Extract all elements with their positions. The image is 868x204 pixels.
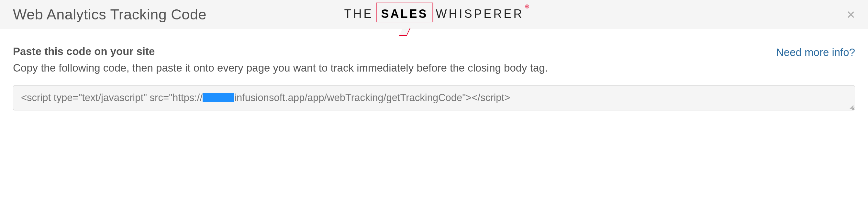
tracking-code-field[interactable]: <script type="text/javascript" src="http… — [13, 85, 855, 110]
help-link[interactable]: Need more info? — [763, 45, 855, 60]
logo-whisperer-label: WHISPERER — [436, 7, 524, 20]
close-icon: × — [847, 6, 855, 22]
brand-logo: THE SALES WHISPERER ® — [344, 7, 524, 21]
section-heading: Paste this code on your site — [13, 45, 763, 58]
page-title: Web Analytics Tracking Code — [13, 6, 207, 23]
logo-sales-box: SALES — [379, 7, 430, 21]
registered-mark-icon: ® — [525, 4, 531, 10]
redacted-subdomain — [203, 93, 234, 102]
code-prefix-text: <script type="text/javascript" src="http… — [21, 92, 203, 103]
logo-the-text: THE — [344, 7, 373, 21]
section-description: Copy the following code, then paste it o… — [13, 61, 744, 76]
modal-body: Paste this code on your site Copy the fo… — [0, 29, 868, 120]
close-button[interactable]: × — [847, 7, 855, 22]
logo-whisperer-text: WHISPERER ® — [436, 7, 524, 21]
code-suffix-text: infusionsoft.app/app/webTracking/getTrac… — [234, 92, 510, 103]
logo-sales-text: SALES — [379, 7, 430, 20]
modal-header: Web Analytics Tracking Code THE SALES WH… — [0, 0, 868, 29]
